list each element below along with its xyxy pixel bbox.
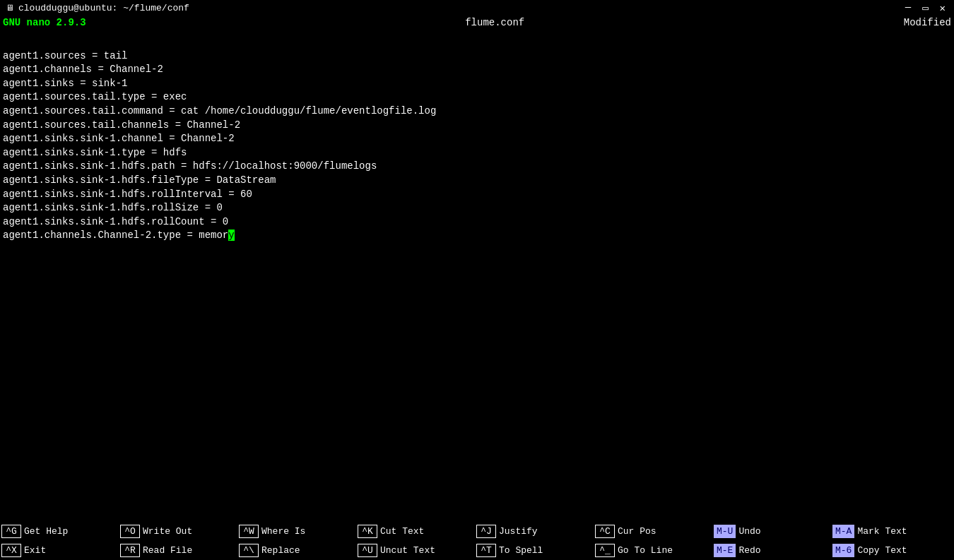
shortcut-item-2-1[interactable]: ^\ Replace	[237, 541, 356, 560]
window-controls: ─ ▭ ✕	[902, 2, 948, 14]
shortcut-item-1-0[interactable]: ^OWrite Out	[119, 522, 237, 541]
editor-line: agent1.sinks.sink-1.hdfs.rollInterval = …	[0, 188, 954, 202]
shortcut-group-5: ^CCur Pos^_Go To Line	[594, 522, 712, 560]
shortcut-item-4-0[interactable]: ^JJustify	[475, 522, 594, 541]
shortcut-key-7-1: M-6	[832, 544, 854, 557]
window-title: cloudduggu@ubuntu: ~/flume/conf	[18, 3, 189, 13]
shortcut-group-0: ^GGet Help^XExit	[0, 522, 119, 560]
shortcut-key-6-1: M-E	[714, 544, 736, 557]
shortcut-item-0-0[interactable]: ^GGet Help	[0, 522, 119, 541]
text-cursor: y	[228, 230, 234, 241]
editor-line: agent1.sources.tail.command = cat /home/…	[0, 105, 954, 119]
maximize-button[interactable]: ▭	[919, 2, 931, 14]
shortcut-group-7: M-AMark TextM-6Copy Text	[831, 522, 950, 560]
shortcut-key-4-0: ^J	[476, 525, 496, 538]
shortcut-label-4-1: To Spell	[499, 545, 543, 556]
editor-line: agent1.channels.Channel-2.type = memory	[0, 229, 954, 243]
shortcut-key-1-1: ^R	[120, 544, 140, 557]
shortcut-key-5-1: ^_	[595, 544, 615, 557]
shortcut-item-2-0[interactable]: ^WWhere Is	[237, 522, 356, 541]
shortcut-label-5-1: Go To Line	[618, 545, 673, 556]
editor-line: agent1.sources.tail.channels = Channel-2	[0, 119, 954, 133]
shortcut-label-7-1: Copy Text	[857, 545, 907, 556]
minimize-button[interactable]: ─	[902, 2, 914, 13]
editor-line: agent1.sources = tail	[0, 49, 954, 64]
editor-line: agent1.sinks.sink-1.hdfs.fileType = Data…	[0, 174, 954, 188]
shortcut-key-3-1: ^U	[358, 544, 377, 557]
filename: flume.conf	[465, 17, 524, 31]
nano-version: GNU nano 2.9.3	[3, 17, 86, 31]
shortcut-item-5-0[interactable]: ^CCur Pos	[594, 522, 712, 541]
editor-line: agent1.sinks = sink-1	[0, 77, 954, 91]
shortcut-label-7-0: Mark Text	[857, 526, 907, 537]
shortcut-group-3: ^KCut Text^UUncut Text	[356, 522, 475, 560]
shortcut-group-2: ^WWhere Is^\ Replace	[237, 522, 356, 560]
shortcut-key-2-0: ^W	[239, 525, 259, 538]
shortcut-group-4: ^JJustify^TTo Spell	[475, 522, 594, 560]
nano-header: GNU nano 2.9.3 flume.conf Modified	[0, 16, 954, 32]
shortcut-label-3-1: Uncut Text	[380, 545, 435, 556]
shortcut-label-1-1: Read File	[143, 545, 192, 556]
shortcut-key-1-0: ^O	[120, 525, 140, 538]
shortcut-key-4-1: ^T	[476, 544, 496, 557]
titlebar: 🖥 cloudduggu@ubuntu: ~/flume/conf ─ ▭ ✕	[0, 0, 954, 16]
shortcut-label-2-1: Replace	[261, 545, 300, 556]
editor-line: agent1.sinks.sink-1.hdfs.rollCount = 0	[0, 215, 954, 230]
editor-line: agent1.sinks.sink-1.hdfs.rollSize = 0	[0, 201, 954, 215]
shortcut-group-1: ^OWrite Out^RRead File	[119, 522, 237, 560]
editor-line: agent1.sources.tail.type = exec	[0, 90, 954, 105]
shortcut-key-2-1: ^\	[239, 544, 259, 557]
shortcut-item-7-0[interactable]: M-AMark Text	[831, 522, 950, 541]
shortcut-label-0-0: Get Help	[24, 526, 68, 537]
editor-line: agent1.sinks.sink-1.channel = Channel-2	[0, 132, 954, 146]
shortcut-key-0-1: ^X	[1, 544, 21, 557]
shortcut-bar: ^GGet Help^XExit^OWrite Out^RRead File^W…	[0, 522, 954, 560]
shortcut-label-6-1: Redo	[738, 545, 760, 556]
shortcut-label-1-0: Write Out	[143, 526, 192, 537]
shortcut-group-6: M-UUndoM-ERedo	[712, 522, 831, 560]
shortcut-label-0-1: Exit	[24, 545, 46, 556]
editor-area[interactable]: agent1.sources = tailagent1.channels = C…	[0, 32, 954, 522]
shortcut-item-3-0[interactable]: ^KCut Text	[356, 522, 475, 541]
shortcut-label-3-0: Cut Text	[380, 526, 424, 537]
shortcut-item-6-0[interactable]: M-UUndo	[712, 522, 831, 541]
shortcut-key-3-0: ^K	[358, 525, 377, 538]
shortcut-label-6-0: Undo	[738, 526, 760, 537]
close-button[interactable]: ✕	[937, 2, 948, 14]
shortcut-item-4-1[interactable]: ^TTo Spell	[475, 541, 594, 560]
shortcut-label-2-0: Where Is	[261, 526, 305, 537]
editor-line: agent1.sinks.sink-1.type = hdfs	[0, 146, 954, 160]
shortcut-item-6-1[interactable]: M-ERedo	[712, 541, 831, 560]
shortcut-item-7-1[interactable]: M-6Copy Text	[831, 541, 950, 560]
shortcut-item-3-1[interactable]: ^UUncut Text	[356, 541, 475, 560]
shortcut-item-0-1[interactable]: ^XExit	[0, 541, 119, 560]
shortcut-key-7-0: M-A	[832, 525, 854, 538]
shortcut-key-0-0: ^G	[1, 525, 21, 538]
editor-line: agent1.sinks.sink-1.hdfs.path = hdfs://l…	[0, 160, 954, 174]
shortcut-label-5-0: Cur Pos	[618, 526, 656, 537]
modified-status: Modified	[904, 17, 951, 31]
shortcut-item-5-1[interactable]: ^_Go To Line	[594, 541, 712, 560]
editor-line: agent1.channels = Channel-2	[0, 63, 954, 77]
title-icon: 🖥	[6, 3, 14, 13]
shortcut-item-1-1[interactable]: ^RRead File	[119, 541, 237, 560]
shortcut-key-5-0: ^C	[595, 525, 615, 538]
shortcut-key-6-0: M-U	[714, 525, 736, 538]
shortcut-label-4-0: Justify	[499, 526, 538, 537]
